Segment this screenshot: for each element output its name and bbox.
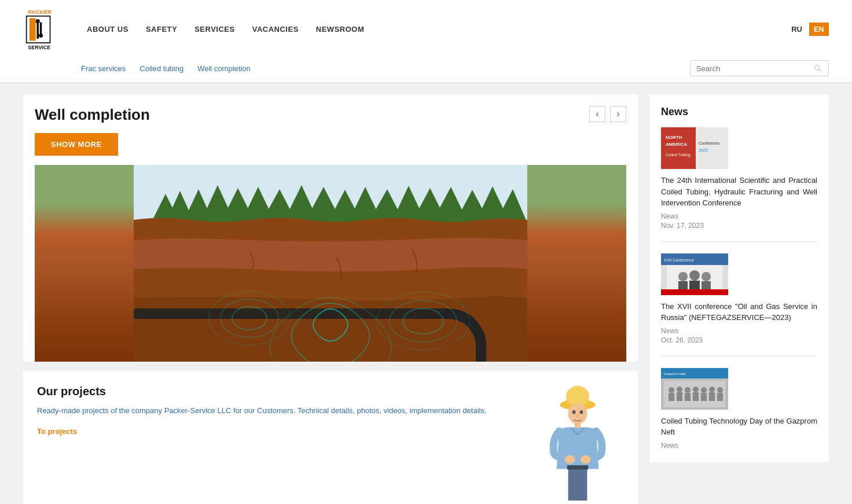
hero-next-button[interactable]: › [610, 106, 626, 122]
projects-card: Our projects Ready-made projects of the … [23, 371, 638, 504]
search-icon [813, 64, 822, 73]
nav-safety[interactable]: SAFETY [146, 25, 177, 34]
svg-point-75 [693, 387, 699, 392]
svg-rect-47 [661, 127, 696, 169]
news-thumbnail: XVII Conference [661, 253, 728, 295]
svg-text:XVII Conference: XVII Conference [664, 258, 693, 262]
svg-text:NORTH: NORTH [666, 135, 682, 140]
right-panel: News NORTH AMERICA Coiled Tubing Confere… [649, 94, 829, 504]
svg-text:Conference: Conference [699, 141, 719, 145]
svg-point-73 [685, 387, 691, 393]
main-content: Well completion ‹ › SHOW MORE [0, 83, 852, 504]
news-headline: Coiled Tubing Technology Day of the Gazp… [661, 415, 817, 438]
svg-point-39 [572, 410, 575, 414]
projects-text: Our projects Ready-made projects of the … [37, 385, 520, 436]
svg-text:Gazprom Neft: Gazprom Neft [664, 372, 686, 376]
news-item: NORTH AMERICA Coiled Tubing Conference 2… [661, 127, 817, 242]
hero-card: Well completion ‹ › SHOW MORE [23, 94, 638, 362]
left-panel: Well completion ‹ › SHOW MORE [23, 94, 638, 504]
worker-illustration [537, 385, 618, 501]
svg-rect-44 [568, 466, 587, 501]
svg-rect-82 [717, 393, 723, 401]
lang-switcher: RU EN [787, 23, 829, 36]
hero-image [35, 165, 626, 362]
svg-point-60 [689, 270, 700, 281]
news-date: Oct. 26, 2023 [661, 336, 817, 344]
news-category: News [661, 327, 817, 335]
svg-point-79 [709, 387, 715, 392]
svg-point-42 [564, 455, 575, 464]
logo-area: PACKER SERVICE ABOUT US SAFETY [23, 6, 364, 52]
svg-point-71 [677, 387, 682, 392]
svg-point-58 [678, 272, 688, 281]
worker-figure [531, 385, 624, 501]
svg-rect-74 [685, 393, 691, 401]
svg-text:Coiled Tubing: Coiled Tubing [666, 153, 691, 157]
subnav-frac-services[interactable]: Frac services [81, 64, 126, 73]
subnav-well-completion[interactable]: Well completion [197, 64, 251, 73]
nav-newsroom[interactable]: NEWSROOM [316, 25, 364, 34]
svg-rect-2 [30, 18, 36, 41]
lang-ru-button[interactable]: RU [787, 23, 807, 36]
news-item: Gazprom Neft [661, 368, 817, 450]
svg-rect-80 [709, 392, 715, 401]
site-header: PACKER SERVICE ABOUT US SAFETY [0, 0, 852, 83]
svg-rect-64 [661, 289, 728, 295]
lang-en-button[interactable]: EN [809, 23, 829, 36]
svg-rect-72 [677, 392, 682, 401]
svg-point-77 [701, 387, 707, 393]
svg-point-81 [717, 387, 723, 393]
hero-title: Well completion [35, 106, 626, 124]
sub-nav: Frac services Coiled tubing Well complet… [81, 64, 251, 73]
hero-illustration [35, 165, 626, 362]
svg-rect-70 [669, 393, 674, 401]
svg-rect-45 [567, 465, 588, 469]
search-box [690, 60, 829, 76]
svg-point-62 [702, 272, 711, 281]
news-thumbnail: NORTH AMERICA Coiled Tubing Conference 2… [661, 127, 728, 169]
nav-vacancies[interactable]: VACANCIES [252, 25, 299, 34]
logo[interactable]: PACKER SERVICE [23, 6, 64, 52]
news-headline: The 24th International Scientific and Pr… [661, 175, 817, 209]
nav-services[interactable]: SERVICES [194, 25, 235, 34]
search-input[interactable] [696, 64, 813, 73]
svg-rect-76 [693, 392, 699, 401]
header-top: PACKER SERVICE ABOUT US SAFETY [23, 0, 829, 56]
projects-description: Ready-made projects of the company Packe… [37, 405, 520, 417]
nav-about-us[interactable]: ABOUT US [87, 25, 128, 34]
show-more-button[interactable]: SHOW MORE [35, 133, 118, 156]
news-headline: The XVII conference "Oil and Gas Service… [661, 301, 817, 323]
subnav-coiled-tubing[interactable]: Coiled tubing [139, 64, 183, 73]
svg-line-9 [819, 69, 821, 72]
svg-text:2023: 2023 [699, 148, 708, 152]
svg-point-43 [581, 455, 591, 464]
main-nav: ABOUT US SAFETY SERVICES VACANCIES NEWSR… [69, 25, 364, 34]
hero-prev-button[interactable]: ‹ [589, 106, 605, 122]
svg-text:SERVICE: SERVICE [28, 45, 50, 50]
svg-text:AMERICA: AMERICA [666, 142, 688, 147]
news-category: News [661, 212, 817, 220]
news-date: Nov. 17, 2023 [661, 222, 817, 230]
svg-point-6 [39, 34, 43, 38]
svg-rect-78 [701, 393, 707, 401]
header-sub: Frac services Coiled tubing Well complet… [23, 56, 829, 82]
svg-text:PACKER: PACKER [28, 9, 52, 15]
svg-point-40 [580, 410, 583, 414]
news-section-title: News [661, 106, 817, 118]
news-section: News NORTH AMERICA Coiled Tubing Confere… [649, 94, 829, 462]
projects-title: Our projects [37, 385, 520, 398]
news-category: News [661, 442, 817, 450]
hero-nav: ‹ › [589, 106, 626, 122]
news-thumbnail: Gazprom Neft [661, 368, 728, 410]
svg-point-8 [815, 65, 820, 70]
svg-point-69 [669, 387, 674, 393]
news-item: XVII Conference The XVII conference "Oil… [661, 253, 817, 356]
svg-point-5 [36, 19, 40, 23]
projects-link[interactable]: To projects [37, 427, 77, 436]
